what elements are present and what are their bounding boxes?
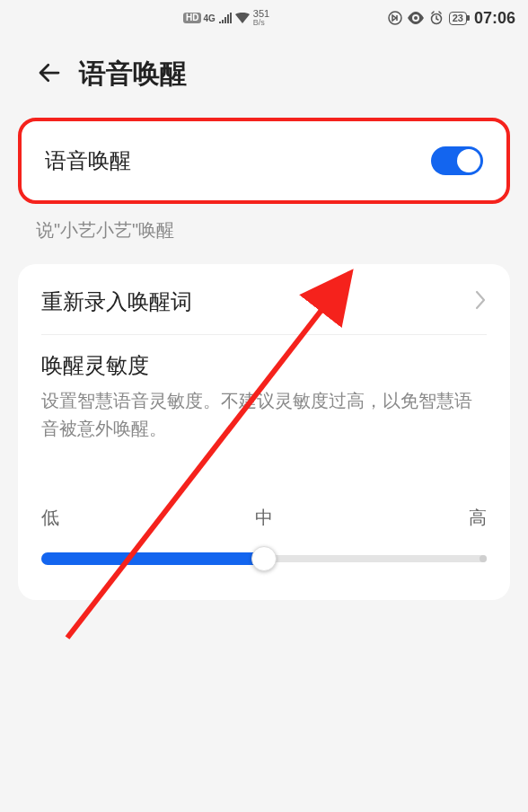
sensitivity-slider[interactable] [41,550,487,568]
level-low-label: 低 [41,506,59,530]
back-button[interactable] [36,59,63,90]
wifi-icon [235,13,250,23]
eye-comfort-icon [408,12,424,24]
status-bar: HD 4G 351 B/s 23 07:06 [0,0,528,36]
network-type-label: 4G [203,13,215,23]
level-mid-label: 中 [255,506,273,530]
sensitivity-description: 设置智慧语音灵敏度。不建议灵敏度过高，以免智慧语音被意外唤醒。 [41,387,487,443]
clock: 07:06 [474,9,515,28]
slider-fill [41,552,264,565]
wakeup-phrase-hint: 说"小艺小艺"唤醒 [36,218,492,243]
switch-knob [457,149,480,172]
hd-badge: HD [183,13,201,23]
rerecord-wakeword-row[interactable]: 重新录入唤醒词 [41,287,487,335]
slider-thumb[interactable] [251,546,277,571]
voice-wakeup-switch[interactable] [431,146,483,175]
slider-tick-high [480,555,487,562]
page-title: 语音唤醒 [79,56,187,93]
voice-wakeup-toggle-label: 语音唤醒 [45,146,131,175]
sensitivity-card: 重新录入唤醒词 唤醒灵敏度 设置智慧语音灵敏度。不建议灵敏度过高，以免智慧语音被… [18,264,510,600]
sensitivity-level-labels: 低 中 高 [41,506,487,530]
net-speed: 351 B/s [253,9,269,27]
battery-indicator: 23 [449,12,467,25]
sensitivity-title: 唤醒灵敏度 [41,351,487,380]
alarm-icon [429,11,444,25]
svg-point-1 [414,16,418,20]
rerecord-wakeword-label: 重新录入唤醒词 [41,287,192,316]
chevron-right-icon [474,290,487,313]
volte-icon [388,11,402,25]
page-header: 语音唤醒 [0,36,528,118]
signal-icon [219,13,232,23]
level-high-label: 高 [469,506,487,530]
voice-wakeup-toggle-card: 语音唤醒 [18,118,510,204]
